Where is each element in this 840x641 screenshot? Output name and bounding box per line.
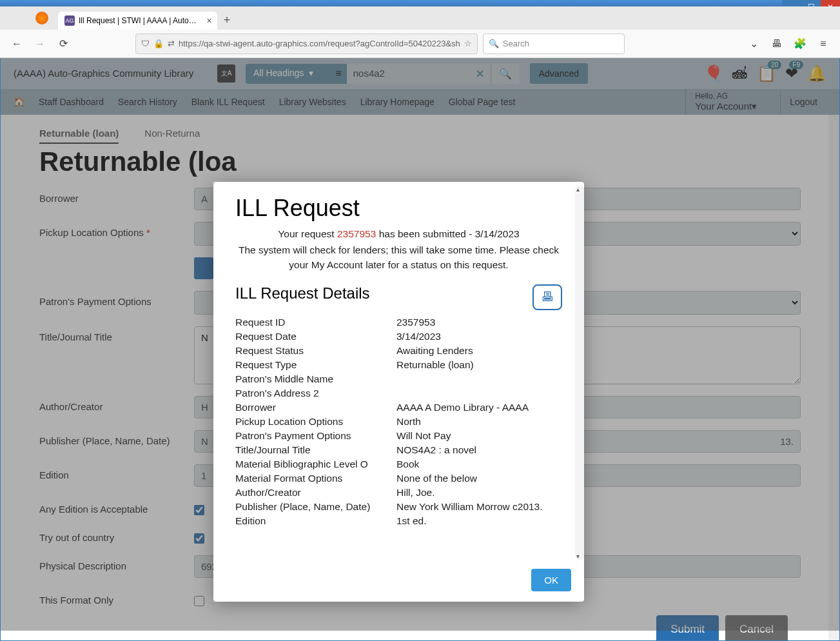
detail-value: Awaiting Lenders	[396, 345, 562, 357]
ill-request-modal: ILL Request Your request 2357953 has bee…	[213, 182, 584, 602]
detail-row: Edition1st ed.	[235, 514, 562, 528]
browser-toolbar: ← → ⟳ 🛡 🔒 ⇄ https://qa-stwi-agent.auto-g…	[0, 30, 840, 58]
lock-icon: 🔒	[153, 39, 164, 48]
detail-label: Material Bibliographic Level O	[235, 459, 396, 470]
detail-value: New York William Morrow c2013.	[396, 501, 562, 513]
print-icon[interactable]: 🖶	[768, 35, 786, 53]
search-placeholder: Search	[503, 39, 529, 48]
detail-row: Patron's Address 2	[235, 386, 562, 400]
back-button[interactable]: ←	[8, 35, 26, 53]
printer-icon: 🖶	[541, 290, 554, 304]
details-heading: ILL Request Details	[235, 284, 370, 302]
modal-submitted-line: Your request 2357953 has been submitted …	[235, 228, 562, 240]
modal-info-text: The system will check for lenders; this …	[235, 242, 562, 273]
url-text: https://qa-stwi-agent.auto-graphics.com/…	[179, 39, 460, 48]
window-titlebar: — ☐ ✕	[0, 0, 840, 6]
forward-button[interactable]: →	[31, 35, 49, 53]
detail-row: Request TypeReturnable (loan)	[235, 358, 562, 372]
detail-value: Book	[396, 459, 562, 470]
modal-scrollbar[interactable]	[575, 186, 584, 560]
pocket-icon[interactable]: ⌄	[745, 35, 763, 53]
detail-value: AAAA A Demo Library - AAAA	[396, 402, 562, 413]
detail-row: Author/CreatorHill, Joe.	[235, 486, 562, 500]
detail-value: 2357953	[396, 317, 562, 328]
tab-close-icon[interactable]: ×	[207, 15, 212, 26]
detail-value: Returnable (loan)	[396, 359, 562, 371]
detail-row: Material Format OptionsNone of the below	[235, 471, 562, 486]
detail-row: Material Bibliographic Level OBook	[235, 457, 562, 471]
browser-tab-active[interactable]: AG Ill Request | STWI | AAAA | Auto… ×	[58, 12, 217, 30]
detail-row: Request Date3/14/2023	[235, 330, 562, 344]
detail-row: Publisher (Place, Name, Date)New York Wi…	[235, 500, 562, 514]
detail-value: 3/14/2023	[396, 331, 562, 342]
app-viewport: (AAAA) Auto-Graphics Community Library 文…	[0, 58, 840, 641]
detail-row: Pickup Location OptionsNorth	[235, 415, 562, 429]
bookmark-star-icon[interactable]: ☆	[464, 39, 472, 48]
detail-value: 1st ed.	[396, 515, 562, 527]
detail-row: BorrowerAAAA A Demo Library - AAAA	[235, 400, 562, 415]
detail-label: Patron's Address 2	[235, 388, 396, 399]
browser-search-bar[interactable]: 🔍 Search	[483, 34, 625, 54]
detail-label: Request Date	[235, 331, 396, 342]
detail-label: Patron's Middle Name	[235, 373, 396, 385]
browser-tab-bar: AG Ill Request | STWI | AAAA | Auto… × +	[0, 6, 840, 30]
url-bar[interactable]: 🛡 🔒 ⇄ https://qa-stwi-agent.auto-graphic…	[135, 34, 478, 54]
detail-row: Request StatusAwaiting Lenders	[235, 344, 562, 358]
detail-label: Publisher (Place, Name, Date)	[235, 501, 396, 513]
detail-label: Patron's Payment Options	[235, 430, 396, 442]
reload-button[interactable]: ⟳	[54, 35, 72, 53]
detail-label: Material Format Options	[235, 473, 396, 484]
detail-row: Patron's Middle Name	[235, 372, 562, 386]
detail-row: Request ID2357953	[235, 315, 562, 330]
detail-row: Title/Journal TitleNOS4A2 : a novel	[235, 443, 562, 457]
menu-icon[interactable]: ≡	[814, 35, 832, 53]
detail-row: Patron's Payment OptionsWill Not Pay	[235, 429, 562, 443]
permissions-icon: ⇄	[168, 39, 175, 48]
detail-value	[396, 388, 562, 399]
detail-value: Hill, Joe.	[396, 487, 562, 498]
request-id-highlight: 2357953	[337, 228, 376, 239]
detail-label: Request Type	[235, 359, 396, 371]
print-button[interactable]: 🖶	[532, 284, 562, 310]
search-icon: 🔍	[489, 39, 499, 48]
detail-label: Author/Creator	[235, 487, 396, 498]
detail-label: Edition	[235, 515, 396, 527]
detail-value: Will Not Pay	[396, 430, 562, 442]
tab-favicon-icon: AG	[64, 15, 75, 26]
ok-button[interactable]: OK	[531, 569, 571, 591]
detail-value: None of the below	[396, 473, 562, 484]
modal-title: ILL Request	[235, 195, 562, 222]
detail-label: Request Status	[235, 345, 396, 357]
new-tab-button[interactable]: +	[224, 14, 231, 30]
detail-label: Title/Journal Title	[235, 444, 396, 456]
firefox-icon	[35, 12, 48, 25]
extensions-icon[interactable]: 🧩	[791, 35, 809, 53]
detail-value: North	[396, 416, 562, 428]
shield-icon: 🛡	[141, 39, 150, 48]
tab-title: Ill Request | STWI | AAAA | Auto…	[79, 16, 197, 25]
detail-list: Request ID2357953Request Date3/14/2023Re…	[235, 315, 562, 528]
detail-value: NOS4A2 : a novel	[396, 444, 562, 456]
detail-value	[396, 373, 562, 385]
detail-label: Pickup Location Options	[235, 416, 396, 428]
detail-label: Request ID	[235, 317, 396, 328]
detail-label: Borrower	[235, 402, 396, 413]
